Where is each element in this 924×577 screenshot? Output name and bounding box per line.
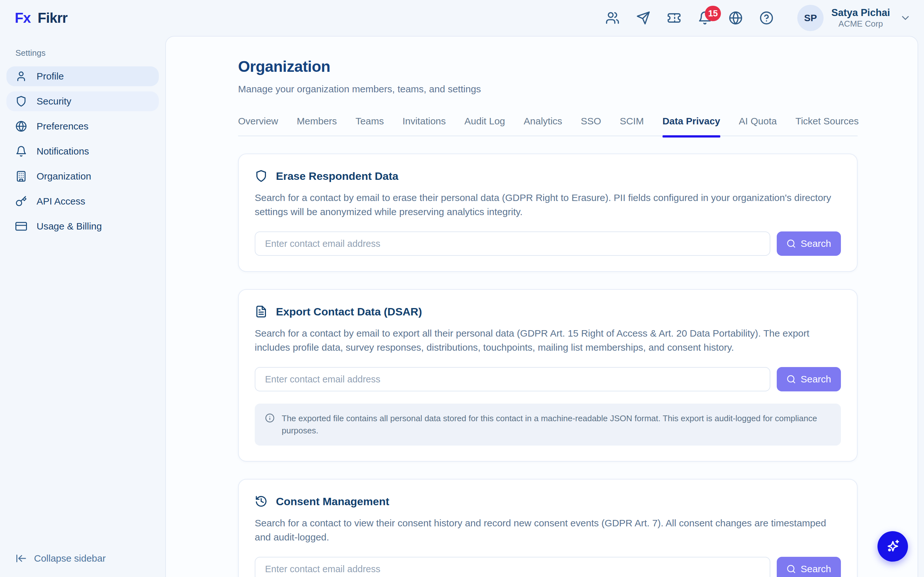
sidebar-item-profile[interactable]: Profile — [6, 66, 159, 86]
card-description: Search for a contact to view their conse… — [255, 516, 841, 544]
sidebar-item-preferences[interactable]: Preferences — [6, 116, 159, 136]
globe-icon — [15, 121, 27, 132]
shield-icon — [15, 95, 27, 107]
sparkles-icon — [885, 539, 900, 554]
sidebar-item-label: API Access — [37, 196, 86, 207]
ticket-icon[interactable] — [667, 11, 681, 25]
tab-ticket-sources[interactable]: Ticket Sources — [795, 116, 859, 127]
credit-card-icon — [15, 221, 27, 232]
header-actions: 15 SP Satya Pichai ACME Corp — [606, 5, 911, 31]
sidebar-item-usage-billing[interactable]: Usage & Billing — [6, 216, 159, 236]
tab-analytics[interactable]: Analytics — [523, 116, 562, 127]
card-title: Consent Management — [276, 495, 389, 508]
sidebar-item-label: Usage & Billing — [37, 221, 102, 232]
tab-audit-log[interactable]: Audit Log — [465, 116, 505, 127]
tab-teams[interactable]: Teams — [355, 116, 384, 127]
ai-assistant-fab[interactable] — [877, 531, 908, 562]
export-info-note: The exported file contains all personal … — [255, 404, 841, 446]
building-icon — [15, 171, 27, 182]
logo-text: Fikrr — [37, 10, 67, 26]
collapse-sidebar-button[interactable]: Collapse sidebar — [15, 553, 105, 564]
user-org: ACME Corp — [831, 19, 890, 29]
logo-mark: Fx — [15, 10, 31, 26]
shield-icon — [255, 169, 268, 182]
tab-members[interactable]: Members — [297, 116, 337, 127]
info-text: The exported file contains all personal … — [282, 413, 827, 437]
erase-email-input[interactable] — [255, 231, 771, 256]
search-icon — [787, 564, 796, 574]
sidebar-item-label: Profile — [37, 71, 64, 82]
key-icon — [15, 195, 27, 207]
sidebar-item-label: Security — [37, 96, 71, 107]
user-menu[interactable]: SP Satya Pichai ACME Corp — [797, 5, 911, 31]
collapse-sidebar-label: Collapse sidebar — [34, 553, 105, 564]
user-meta: Satya Pichai ACME Corp — [831, 7, 890, 29]
contacts-icon[interactable] — [606, 11, 620, 25]
active-tab-underline — [662, 135, 720, 137]
sidebar-item-organization[interactable]: Organization — [6, 166, 159, 186]
sidebar-item-security[interactable]: Security — [6, 91, 159, 111]
sidebar-item-notifications[interactable]: Notifications — [6, 141, 159, 161]
language-globe-icon[interactable] — [729, 11, 743, 25]
card-title: Export Contact Data (DSAR) — [276, 306, 422, 318]
send-icon[interactable] — [636, 11, 650, 25]
page-subtitle: Manage your organization members, teams,… — [238, 84, 858, 95]
sidebar-section-label: Settings — [6, 48, 159, 58]
card-description: Search for a contact by email to export … — [255, 326, 841, 354]
tab-data-privacy[interactable]: Data Privacy — [662, 116, 720, 127]
export-contact-data-card: Export Contact Data (DSAR) Search for a … — [238, 289, 858, 462]
organization-tabs: Overview Members Teams Invitations Audit… — [238, 116, 858, 136]
help-icon[interactable] — [759, 11, 774, 25]
tab-invitations[interactable]: Invitations — [402, 116, 446, 127]
tab-sso[interactable]: SSO — [581, 116, 601, 127]
page-title: Organization — [238, 58, 858, 75]
top-header: Fx Fikrr 15 SP Satya Pichai ACME Corp — [0, 0, 924, 36]
sidebar-item-label: Preferences — [37, 121, 89, 132]
search-icon — [787, 239, 796, 248]
card-description: Search for a contact by email to erase t… — [255, 191, 841, 219]
search-button-label: Search — [800, 374, 831, 385]
arrow-left-to-line-icon — [15, 553, 27, 564]
sidebar-item-api-access[interactable]: API Access — [6, 191, 159, 211]
user-icon — [15, 71, 27, 82]
history-clock-icon — [255, 495, 268, 508]
card-title: Erase Respondent Data — [276, 170, 399, 182]
search-icon — [787, 374, 796, 384]
tab-overview[interactable]: Overview — [238, 116, 278, 127]
consent-search-button[interactable]: Search — [777, 557, 841, 577]
user-name: Satya Pichai — [831, 7, 890, 19]
notifications-bell-icon[interactable]: 15 — [698, 11, 712, 25]
sidebar-item-label: Notifications — [37, 146, 89, 157]
search-button-label: Search — [800, 564, 831, 574]
tab-ai-quota[interactable]: AI Quota — [739, 116, 777, 127]
settings-sidebar: Settings Profile Security Preferences No… — [0, 36, 165, 577]
consent-management-card: Consent Management Search for a contact … — [238, 479, 858, 577]
info-icon — [265, 413, 275, 423]
erase-search-button[interactable]: Search — [777, 231, 841, 256]
erase-respondent-data-card: Erase Respondent Data Search for a conta… — [238, 153, 858, 272]
bell-icon — [15, 145, 27, 157]
notification-count-badge: 15 — [705, 6, 721, 21]
chevron-down-icon — [900, 12, 911, 24]
tab-scim[interactable]: SCIM — [620, 116, 644, 127]
main-content-panel: Organization Manage your organization me… — [165, 36, 918, 577]
consent-email-input[interactable] — [255, 557, 771, 577]
sidebar-item-label: Organization — [37, 171, 91, 182]
avatar: SP — [797, 5, 824, 31]
app-logo: Fx Fikrr — [15, 10, 67, 26]
tab-label: Data Privacy — [662, 116, 720, 126]
file-text-icon — [255, 305, 268, 318]
export-email-input[interactable] — [255, 367, 771, 392]
search-button-label: Search — [800, 238, 831, 249]
export-search-button[interactable]: Search — [777, 367, 841, 392]
